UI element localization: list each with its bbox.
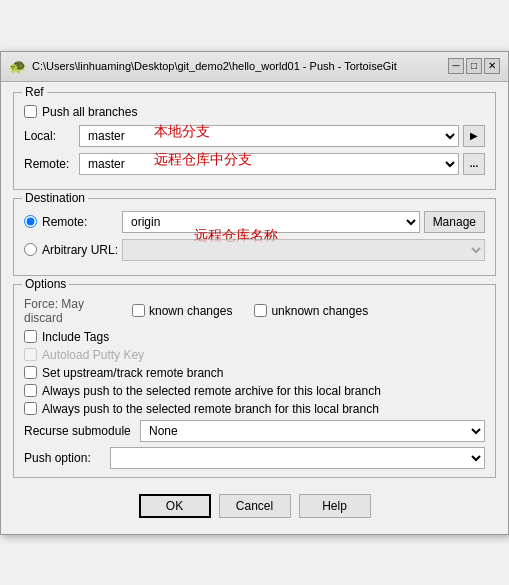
recurse-label: Recurse submodule — [24, 424, 134, 438]
title-bar: 🐢 C:\Users\linhuaming\Desktop\git_demo2\… — [1, 52, 508, 82]
unknown-changes-wrap: unknown changes — [254, 304, 368, 318]
arbitrary-url-combo — [122, 239, 485, 261]
destination-group-title: Destination — [22, 191, 88, 205]
destination-remote-combo: origin Manage — [122, 211, 485, 233]
button-row: OK Cancel Help — [13, 486, 496, 524]
options-content: Force: May discard known changes unknown… — [24, 293, 485, 469]
arbitrary-url-radio[interactable] — [24, 243, 37, 256]
destination-content: 远程仓库名称 Remote: origin Manage Arbitrar — [24, 207, 485, 261]
ref-group: Ref Push all branches 本地分支 Local: master — [13, 92, 496, 190]
local-arrow-button[interactable]: ▶ — [463, 125, 485, 147]
unknown-changes-checkbox[interactable] — [254, 304, 267, 317]
local-field-label: Local: — [24, 129, 79, 143]
set-upstream-label: Set upstream/track remote branch — [42, 366, 223, 380]
autoload-putty-label: Autoload Putty Key — [42, 348, 144, 362]
push-all-branches-row: Push all branches — [24, 105, 485, 119]
local-row-wrapper: 本地分支 Local: master ▶ — [24, 125, 485, 147]
remote-branch-select[interactable]: master — [79, 153, 459, 175]
known-changes-checkbox[interactable] — [132, 304, 145, 317]
local-combo-wrapper: master ▶ — [79, 125, 485, 147]
force-label: Force: May discard — [24, 297, 124, 325]
arbitrary-url-row: Arbitrary URL: — [24, 239, 485, 261]
minimize-button[interactable]: ─ — [448, 58, 464, 74]
push-all-branches-checkbox[interactable] — [24, 105, 37, 118]
remote-radio[interactable] — [24, 215, 37, 228]
always-push-archive-row: Always push to the selected remote archi… — [24, 384, 485, 398]
always-push-branch-checkbox[interactable] — [24, 402, 37, 415]
manage-button[interactable]: Manage — [424, 211, 485, 233]
force-row: Force: May discard known changes unknown… — [24, 297, 485, 325]
cancel-button[interactable]: Cancel — [219, 494, 291, 518]
local-row: Local: master ▶ — [24, 125, 485, 147]
include-tags-label: Include Tags — [42, 330, 109, 344]
include-tags-row: Include Tags — [24, 330, 485, 344]
close-button[interactable]: ✕ — [484, 58, 500, 74]
set-upstream-checkbox[interactable] — [24, 366, 37, 379]
set-upstream-row: Set upstream/track remote branch — [24, 366, 485, 380]
arbitrary-url-select[interactable] — [122, 239, 485, 261]
help-button[interactable]: Help — [299, 494, 371, 518]
always-push-branch-row: Always push to the selected remote branc… — [24, 402, 485, 416]
local-branch-select[interactable]: master — [79, 125, 459, 147]
app-icon: 🐢 — [9, 58, 26, 74]
title-bar-controls: ─ □ ✕ — [448, 58, 500, 74]
maximize-button[interactable]: □ — [466, 58, 482, 74]
main-window: 🐢 C:\Users\linhuaming\Desktop\git_demo2\… — [0, 51, 509, 535]
remote-ref-dots-button[interactable]: ... — [463, 153, 485, 175]
dialog-content: Ref Push all branches 本地分支 Local: master — [1, 82, 508, 534]
include-tags-checkbox[interactable] — [24, 330, 37, 343]
remote-ref-field-label: Remote: — [24, 157, 79, 171]
remote-ref-row: Remote: master ... — [24, 153, 485, 175]
push-option-select[interactable] — [110, 447, 485, 469]
options-group: Options Force: May discard known changes… — [13, 284, 496, 478]
options-group-title: Options — [22, 277, 69, 291]
known-changes-wrap: known changes — [132, 304, 232, 318]
always-push-archive-label: Always push to the selected remote archi… — [42, 384, 381, 398]
autoload-putty-checkbox[interactable] — [24, 348, 37, 361]
annotation-remote-branch: 远程仓库中分支 — [154, 151, 252, 169]
recurse-select[interactable]: NoneCheckOn-demandYes — [140, 420, 485, 442]
destination-remote-label: Remote: — [42, 215, 122, 229]
always-push-branch-label: Always push to the selected remote branc… — [42, 402, 379, 416]
annotation-local: 本地分支 — [154, 123, 210, 141]
title-bar-text: C:\Users\linhuaming\Desktop\git_demo2\he… — [32, 60, 397, 72]
ok-button[interactable]: OK — [139, 494, 211, 518]
autoload-putty-row: Autoload Putty Key — [24, 348, 485, 362]
title-bar-left: 🐢 C:\Users\linhuaming\Desktop\git_demo2\… — [9, 58, 397, 74]
remote-ref-combo-wrapper: master ... — [79, 153, 485, 175]
always-push-archive-checkbox[interactable] — [24, 384, 37, 397]
ref-group-title: Ref — [22, 85, 47, 99]
push-option-label: Push option: — [24, 451, 104, 465]
recurse-row: Recurse submodule NoneCheckOn-demandYes — [24, 420, 485, 442]
remote-ref-row-wrapper: 远程仓库中分支 Remote: master ... — [24, 153, 485, 175]
unknown-changes-label: unknown changes — [271, 304, 368, 318]
push-option-row: Push option: — [24, 447, 485, 469]
known-changes-label: known changes — [149, 304, 232, 318]
destination-group: Destination 远程仓库名称 Remote: origin Manage — [13, 198, 496, 276]
arbitrary-url-label: Arbitrary URL: — [42, 243, 122, 257]
push-all-branches-label: Push all branches — [42, 105, 137, 119]
